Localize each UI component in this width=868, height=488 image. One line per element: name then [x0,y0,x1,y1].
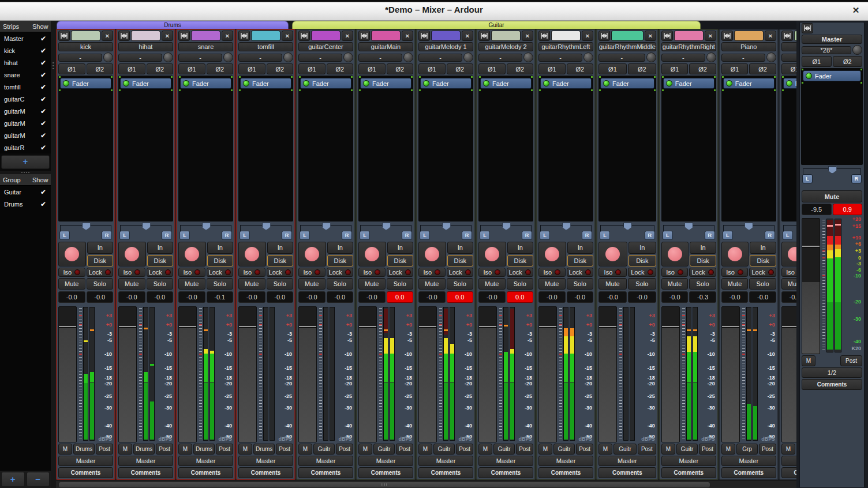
fader-processor-entry[interactable]: Fader [803,70,861,81]
invert-2-button[interactable]: Ø2 [567,63,594,74]
show-checkbox[interactable]: ✔ [36,119,51,127]
strip-close-button[interactable]: ✕ [102,31,113,41]
show-checkbox[interactable]: ✔ [36,200,51,208]
input-button[interactable]: - [118,54,162,62]
mute-button[interactable]: Mute [298,278,326,290]
mute-button[interactable]: Mute [721,278,749,290]
fader-processor-entry[interactable]: Fader [360,78,411,89]
input-button[interactable]: - [781,54,796,62]
monitor-disk-button[interactable]: Disk [447,255,474,267]
processor-box[interactable]: Fader [781,76,796,222]
invert-1-button[interactable]: Ø1 [298,63,326,74]
pan-handle[interactable] [684,223,693,230]
solo-isolate-button[interactable]: Iso [538,268,566,277]
monitor-input-button[interactable]: In [690,242,716,254]
pan-handle[interactable] [623,223,632,230]
invert-2-button[interactable]: Ø2 [147,63,174,74]
group-button[interactable]: Drums [193,444,215,455]
strip-close-button[interactable]: ✕ [705,31,716,41]
record-enable-button[interactable] [781,242,796,266]
pan-left-label[interactable]: L [723,231,733,240]
fader-processor-entry[interactable]: Fader [540,78,592,89]
gain-display[interactable]: -0.0 [721,291,749,303]
mute-button[interactable]: Mute [418,278,446,290]
monitor-disk-button[interactable]: Disk [750,255,776,267]
solo-lock-button[interactable]: Lock [749,268,776,277]
gain-fader[interactable] [598,306,617,442]
track-color-band[interactable] [734,31,764,41]
fader-processor-entry[interactable]: Fader [420,78,472,89]
pan-right-label[interactable]: R [645,231,655,240]
pan-right-label[interactable]: R [282,231,292,240]
gain-display[interactable]: -0.0 [661,291,689,303]
solo-button[interactable]: Solo [628,278,656,290]
mono-button[interactable]: M [478,444,492,455]
output-button[interactable]: Master [721,456,776,466]
output-button[interactable]: Master [598,456,656,466]
pan-right-label[interactable]: R [765,231,775,240]
solo-isolate-button[interactable]: Iso [358,268,386,277]
processor-box[interactable]: Fader [538,76,593,222]
fader-processor-entry[interactable]: Fader [60,78,111,89]
invert-1-button[interactable]: Ø1 [58,63,85,74]
pan-handle[interactable] [202,223,211,230]
processor-active-led[interactable] [786,80,792,87]
pan-control[interactable]: L R [721,223,776,241]
invert-2-button[interactable]: Ø2 [267,63,294,74]
pan-left-label[interactable]: L [480,231,490,240]
strip-width-button[interactable] [298,31,310,41]
show-checkbox[interactable]: ✔ [36,144,51,152]
mute-button[interactable]: Mute [358,278,386,290]
peak-display[interactable]: 0.0 [507,291,534,303]
peak-display[interactable]: -0.0 [267,291,294,303]
output-button[interactable]: Master [178,456,233,466]
comments-button[interactable]: Comments [661,467,716,478]
pan-left-label[interactable]: L [119,231,130,240]
fader-processor-entry[interactable]: Fader [783,78,796,89]
pan-left-label[interactable]: L [783,231,793,240]
pan-control[interactable]: L R [478,223,533,241]
monitor-input-button[interactable]: In [567,242,594,254]
trim-knob[interactable] [463,52,473,62]
group-button[interactable]: Drums [73,444,95,455]
trim-knob[interactable] [103,52,113,62]
peak-display[interactable]: -0.0 [327,291,354,303]
metering-point-button[interactable]: Post [516,444,533,455]
invert-1-button[interactable]: Ø1 [418,63,446,74]
solo-lock-button[interactable]: Lock [147,268,174,277]
monitor-disk-button[interactable]: Disk [690,255,716,267]
track-color-band[interactable] [491,31,521,41]
invert-1-button[interactable]: Ø1 [598,63,627,74]
invert-2-button[interactable]: Ø2 [387,63,414,74]
processor-box[interactable]: Fader [721,76,776,222]
pan-handle[interactable] [442,223,451,230]
pan-right-label[interactable]: R [522,231,532,240]
mono-button[interactable]: M [58,444,72,455]
solo-lock-button[interactable]: Lock [447,268,474,277]
record-enable-button[interactable] [478,242,506,266]
gain-fader[interactable] [781,306,796,442]
monitor-disk-button[interactable]: Disk [267,255,294,267]
processor-box[interactable]: Fader [418,76,473,222]
strip-list-item[interactable]: hihat✔ [0,57,51,69]
input-button[interactable]: - [178,54,222,62]
processor-box[interactable]: Fader [358,76,413,222]
strip-list-item[interactable]: guitarM✔ [0,117,51,129]
output-button[interactable]: Master [478,456,533,466]
strip-close-button[interactable]: ✕ [765,31,776,41]
scrollbar-handle[interactable] [58,482,710,488]
processor-active-led[interactable] [123,80,129,87]
group-button[interactable]: Guitr [613,444,637,455]
strip-list-item[interactable]: tomfill✔ [0,81,51,93]
metering-point-button[interactable]: Post [759,444,776,455]
metering-point-button[interactable]: Post [156,444,173,455]
track-color-band[interactable] [431,31,461,41]
mono-button[interactable]: M [118,444,132,455]
metering-point-button[interactable]: Post [699,444,716,455]
group-button[interactable]: Guitr [433,444,455,455]
processor-box[interactable]: Fader [178,76,233,222]
track-name-button[interactable]: kick [58,42,113,51]
solo-button[interactable]: Solo [447,278,474,290]
pan-handle[interactable] [502,223,511,230]
group-tab[interactable]: Drums [57,21,289,29]
